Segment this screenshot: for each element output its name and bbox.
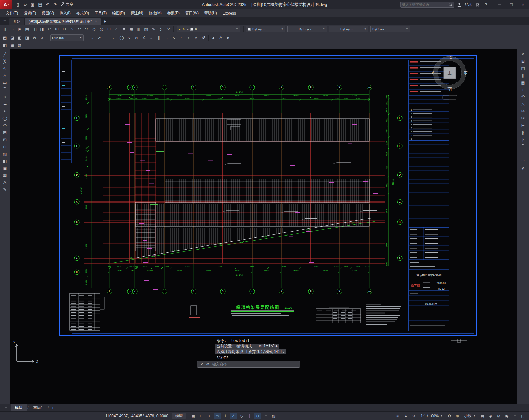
circle-button[interactable]: ○ (1, 93, 8, 100)
dynamic-input-button[interactable]: ▭ (214, 413, 221, 419)
plot-preview-button[interactable]: ◫ (31, 26, 38, 33)
annotation-scale-dropdown[interactable]: 1:1 / 100%▼ (418, 413, 445, 419)
workspace-switching-button[interactable]: ⚙ (446, 413, 453, 419)
region-button[interactable]: ▣ (1, 165, 8, 171)
polar-tracking-button[interactable]: ∠ (230, 413, 237, 419)
arc-button[interactable]: ⌒ (1, 86, 8, 93)
menu-item[interactable]: 参数(P) (165, 9, 183, 17)
undo-button[interactable]: ↶ (44, 1, 51, 8)
menu-item[interactable]: 文件(F) (3, 9, 21, 17)
move-button[interactable]: + (519, 86, 527, 93)
object-snap-tracking-button[interactable]: ∥ (246, 413, 253, 419)
table-button[interactable]: ▦ (1, 172, 8, 179)
command-input[interactable]: ✕ ⚙ 键入命令 (197, 361, 300, 368)
menu-item[interactable]: 插入(I) (57, 9, 73, 17)
lineweight-display-button[interactable]: ≡ (262, 413, 269, 419)
menu-item[interactable]: 标注(N) (128, 9, 146, 17)
layer-dropdown[interactable]: ● ☀ ● 0 ▼ (177, 26, 240, 32)
menu-item[interactable]: Express (220, 10, 239, 17)
menu-item[interactable]: 工具(T) (92, 9, 109, 17)
draworder-above-button[interactable]: ◧ (16, 34, 23, 41)
draworder-front-button[interactable]: ◩ (1, 34, 8, 41)
autoscale-button[interactable]: ↺ (410, 413, 418, 419)
menu-item[interactable]: 绘图(D) (109, 9, 128, 17)
linetype-dropdown[interactable]: ByLayer ▼ (287, 26, 327, 32)
break-at-point-button[interactable]: ∦ (519, 129, 527, 136)
redo-button[interactable]: ↷ (83, 26, 90, 33)
make-block-button[interactable]: ⊡ (1, 136, 8, 143)
ortho-mode-button[interactable]: ⊥ (222, 413, 229, 419)
open-file-button[interactable]: ▱ (22, 1, 29, 8)
lineweight-dropdown[interactable]: ByLayer ▼ (329, 26, 368, 32)
annotation-visibility-button[interactable]: ▲ (402, 413, 410, 419)
ellipse-button[interactable]: ◯ (1, 115, 8, 122)
save-button[interactable]: ▣ (16, 26, 23, 33)
tolerance-button[interactable]: ± (178, 34, 185, 41)
copy-clip-button[interactable]: ⊞ (53, 26, 60, 33)
center-mark-button[interactable]: ⌖ (185, 34, 192, 41)
hatch-button[interactable]: ▨ (1, 150, 8, 157)
undo-button[interactable]: ↶ (76, 26, 83, 33)
menu-item[interactable]: 窗口(W) (183, 9, 201, 17)
multileader-button[interactable]: ↘ (170, 34, 177, 41)
construction-line-button[interactable]: ╳ (1, 58, 8, 64)
trim-button[interactable]: ✂ (519, 115, 527, 122)
print-button[interactable]: ▤ (37, 1, 44, 8)
menu-item[interactable]: 修改(M) (146, 9, 165, 17)
search-field[interactable] (402, 3, 448, 7)
add-selected-button[interactable]: ✎ (1, 186, 8, 193)
dim-radius-button[interactable]: ◯ (118, 34, 125, 41)
layer-isolate-button[interactable]: ▨ (16, 42, 23, 49)
chamfer-button[interactable]: ∟ (519, 150, 527, 157)
revision-cloud-button[interactable]: ☁ (1, 100, 8, 107)
offset-button[interactable]: ∥ (519, 72, 527, 79)
selection-cycling-button[interactable]: ⊚ (394, 413, 402, 419)
viewcube[interactable]: 上北西东南 (432, 55, 468, 99)
units-dropdown[interactable]: 小数▼ (462, 413, 478, 419)
new-tab-button[interactable]: + (101, 18, 108, 25)
plotstyle-dropdown[interactable]: ByColor ▼ (370, 26, 410, 32)
menu-item[interactable]: 编辑(E) (21, 9, 39, 17)
properties-button[interactable]: ≡ (120, 26, 127, 33)
zoom-realtime-button[interactable]: ◎ (98, 26, 105, 33)
dim-baseline-button[interactable]: ∥ (155, 34, 162, 41)
isolate-button[interactable]: ⊚ (31, 34, 38, 41)
drawing-canvas[interactable]: 123456789梯顶构架层梁配筋图施工图2006.07CS-12@126.co… (10, 49, 517, 404)
dim-ordinate-button[interactable]: ⌐ (111, 34, 118, 41)
dim-continue-button[interactable]: → (163, 34, 170, 41)
share-button[interactable]: 共享 (60, 2, 73, 7)
dim-update-button[interactable]: ↺ (200, 34, 207, 41)
open-button[interactable]: ▱ (9, 26, 16, 33)
save-file-button[interactable]: ▣ (29, 1, 36, 8)
dim-text-edit-button[interactable]: A (192, 34, 200, 41)
scale-button[interactable]: △ (519, 100, 527, 107)
menu-item[interactable]: 帮助(H) (201, 9, 220, 17)
isodraft-button[interactable]: ◇ (238, 413, 245, 419)
erase-button[interactable]: × (519, 51, 527, 57)
help-button[interactable]: ? (165, 26, 172, 33)
cut-button[interactable]: ✂ (46, 26, 53, 33)
draworder-back-button[interactable]: ◪ (9, 34, 16, 41)
layer-states-button[interactable]: ▦ (9, 42, 16, 49)
quick-dim-button[interactable]: ≡ (148, 34, 155, 41)
file-tabs-menu-icon[interactable]: ≡ (0, 17, 9, 25)
redo-button[interactable]: ↷ (51, 1, 59, 8)
join-button[interactable]: ⌒ (519, 143, 527, 150)
stretch-button[interactable]: ↦ (519, 108, 527, 114)
point-button[interactable]: ⊙ (1, 143, 8, 150)
dim-angular-button[interactable]: ∠ (140, 34, 148, 41)
graphics-performance-button[interactable]: ◉ (503, 413, 510, 419)
copy-button[interactable]: ⊞ (519, 58, 527, 64)
app-menu-button[interactable]: A ▾ (0, 0, 12, 9)
paste-button[interactable]: ⊟ (61, 26, 68, 33)
dim-aligned-button[interactable]: ↗ (96, 34, 103, 41)
cart-icon[interactable] (474, 1, 481, 8)
annotation-monitor-button[interactable]: ⊕ (454, 413, 461, 419)
command-customize-icon[interactable]: ⚙ (206, 362, 209, 366)
tool-palettes-button[interactable]: ▥ (135, 26, 142, 33)
tab-start[interactable]: 开始 (9, 18, 24, 25)
publish-button[interactable]: ◨ (38, 26, 46, 33)
zoom-previous-button[interactable]: ◌ (113, 26, 120, 33)
search-input[interactable] (400, 2, 454, 8)
multiline-text-button[interactable]: A (1, 179, 8, 186)
